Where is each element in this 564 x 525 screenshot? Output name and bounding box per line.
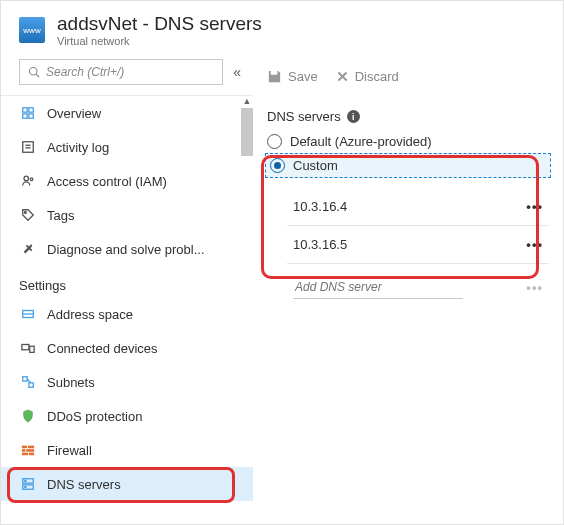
nav-label: Diagnose and solve probl...	[47, 242, 205, 257]
iam-icon	[19, 174, 37, 188]
log-icon	[19, 140, 37, 154]
nav-label: Activity log	[47, 140, 109, 155]
svg-rect-23	[22, 453, 28, 456]
svg-rect-5	[29, 114, 33, 118]
nav-diagnose[interactable]: Diagnose and solve probl...	[1, 232, 253, 266]
svg-rect-16	[23, 377, 27, 381]
devices-icon	[19, 341, 37, 355]
svg-rect-14	[22, 345, 29, 350]
annotation-highlight-sidebar	[7, 467, 235, 503]
svg-rect-21	[22, 449, 26, 452]
annotation-highlight-main	[261, 155, 539, 279]
nav-label: Connected devices	[47, 341, 158, 356]
page-title: addsvNet - DNS servers	[57, 13, 262, 35]
nav-section-settings: Settings	[1, 266, 253, 297]
svg-rect-6	[23, 142, 34, 153]
nav-label: Address space	[47, 307, 133, 322]
page-subtitle: Virtual network	[57, 35, 262, 47]
svg-rect-22	[26, 449, 34, 452]
svg-point-0	[30, 68, 38, 76]
svg-rect-24	[29, 453, 34, 456]
svg-rect-2	[23, 108, 27, 112]
dns-section-label: DNS servers i	[253, 97, 563, 130]
nav-tags[interactable]: Tags	[1, 198, 253, 232]
nav-label: DDoS protection	[47, 409, 142, 424]
firewall-icon	[19, 443, 37, 457]
toolbar: Save Discard	[253, 55, 563, 97]
svg-point-11	[25, 212, 27, 214]
address-icon	[19, 307, 37, 321]
search-icon	[28, 66, 40, 78]
svg-rect-4	[23, 114, 27, 118]
scroll-up-arrow[interactable]: ▲	[241, 95, 253, 107]
overview-icon	[19, 106, 37, 120]
nav-menu: ▲ Overview Activity log Access control (…	[1, 95, 253, 505]
nav-ddos[interactable]: DDoS protection	[1, 399, 253, 433]
discard-icon	[336, 70, 349, 83]
nav-label: Access control (IAM)	[47, 174, 167, 189]
nav-connected-devices[interactable]: Connected devices	[1, 331, 253, 365]
nav-overview[interactable]: Overview	[1, 96, 253, 130]
resource-icon: www	[19, 17, 45, 43]
svg-point-9	[24, 176, 28, 180]
nav-label: Overview	[47, 106, 101, 121]
svg-rect-15	[30, 346, 34, 352]
row-menu-button-disabled: •••	[526, 280, 543, 295]
svg-rect-19	[22, 446, 27, 449]
save-icon	[267, 69, 282, 84]
save-label: Save	[288, 69, 318, 84]
nav-label: Tags	[47, 208, 74, 223]
nav-label: Subnets	[47, 375, 95, 390]
info-icon[interactable]: i	[347, 110, 360, 123]
shield-icon	[19, 409, 37, 423]
sidebar: Search (Ctrl+/) « ▲ Overview Activity lo…	[1, 55, 253, 522]
scrollbar-thumb[interactable]	[241, 108, 253, 156]
diagnose-icon	[19, 242, 37, 256]
nav-firewall[interactable]: Firewall	[1, 433, 253, 467]
nav-address-space[interactable]: Address space	[1, 297, 253, 331]
nav-subnets[interactable]: Subnets	[1, 365, 253, 399]
main-panel: Save Discard DNS servers i Default (Azur…	[253, 55, 563, 522]
subnets-icon	[19, 375, 37, 389]
svg-line-1	[36, 74, 39, 77]
radio-unchecked-icon	[267, 134, 282, 149]
svg-point-10	[30, 178, 33, 181]
svg-rect-20	[28, 446, 34, 449]
nav-activity-log[interactable]: Activity log	[1, 130, 253, 164]
blade-header: www addsvNet - DNS servers Virtual netwo…	[1, 1, 563, 55]
search-placeholder: Search (Ctrl+/)	[46, 65, 124, 79]
collapse-sidebar-button[interactable]: «	[233, 64, 241, 80]
save-button[interactable]: Save	[267, 69, 318, 84]
discard-button[interactable]: Discard	[336, 69, 399, 84]
svg-rect-3	[29, 108, 33, 112]
nav-access-control[interactable]: Access control (IAM)	[1, 164, 253, 198]
radio-label: Default (Azure-provided)	[290, 134, 432, 149]
dns-option-default[interactable]: Default (Azure-provided)	[253, 130, 563, 153]
nav-label: Firewall	[47, 443, 92, 458]
discard-label: Discard	[355, 69, 399, 84]
tag-icon	[19, 208, 37, 222]
svg-rect-17	[29, 383, 33, 387]
search-input[interactable]: Search (Ctrl+/)	[19, 59, 223, 85]
